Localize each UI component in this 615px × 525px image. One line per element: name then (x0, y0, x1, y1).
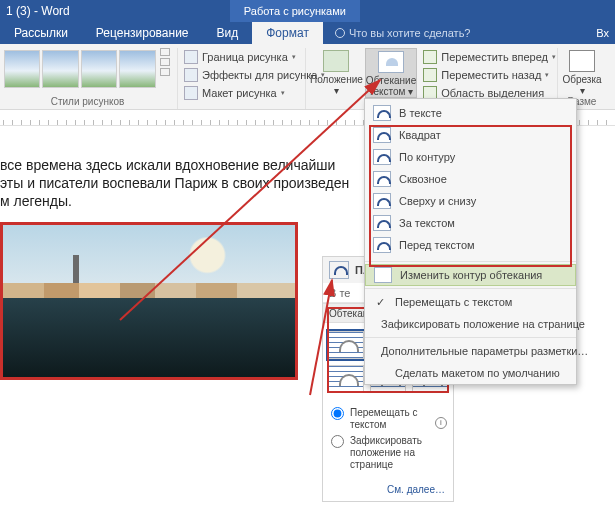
picture-styles-more[interactable] (160, 48, 171, 76)
menu-separator (365, 337, 576, 338)
btn-label: Переместить вперед (441, 51, 548, 63)
send-backward-icon (423, 68, 437, 82)
btn-label: Обрезка (562, 74, 601, 85)
titlebar: 1 (3) - Word Работа с рисунками (0, 0, 615, 22)
picture-border-button[interactable]: Граница рисунка ▾ (182, 48, 298, 66)
wrap-option-square[interactable] (328, 331, 364, 359)
info-icon[interactable]: i (435, 417, 447, 429)
chevron-down-icon: ▾ (281, 89, 285, 97)
radio-label: Перемещать с текстом (350, 407, 445, 431)
btn-label: Граница рисунка (202, 51, 288, 63)
item-label: Дополнительные параметры разметки… (381, 345, 588, 357)
edit-wrap-icon (374, 267, 392, 283)
menu-separator (365, 288, 576, 289)
picture-style-thumb[interactable] (81, 50, 117, 88)
wrap-behind-icon (373, 215, 391, 231)
wrap-tight-icon (373, 149, 391, 165)
tell-me[interactable]: Что вы хотите сделать? (335, 22, 471, 44)
effects-icon (184, 68, 198, 82)
wrap-text-button[interactable]: Обтекание текстом ▾ (365, 48, 417, 98)
item-label: Перед текстом (399, 239, 475, 251)
group-label: Стили рисунков (4, 96, 171, 109)
radio-fix-position[interactable]: Зафиксировать положение на странице (331, 435, 445, 471)
item-label: В тексте (399, 107, 442, 119)
tab-view[interactable]: Вид (203, 22, 253, 44)
see-more-link[interactable]: См. далее… (387, 484, 445, 495)
picture-style-thumb[interactable] (4, 50, 40, 88)
crop-button[interactable]: Обрезка▾ (562, 48, 602, 96)
bring-forward-icon (423, 50, 437, 64)
tell-me-label: Что вы хотите сделать? (349, 22, 471, 44)
wrap-move-with-text[interactable]: ✓ Перемещать с текстом (365, 291, 576, 313)
wrap-square-icon (373, 127, 391, 143)
wrap-topbottom-icon (373, 193, 391, 209)
wrap-more-options[interactable]: Дополнительные параметры разметки… (365, 340, 576, 362)
tab-mailings[interactable]: Рассылки (0, 22, 82, 44)
wrap-option-topbottom[interactable] (328, 365, 364, 393)
wrap-icon (329, 261, 349, 279)
wrap-topbottom[interactable]: Сверху и снизу (365, 190, 576, 212)
chevron-down-icon: ▾ (552, 53, 556, 61)
tab-format[interactable]: Формат (252, 22, 323, 44)
position-icon (323, 50, 349, 72)
tab-extra[interactable]: Вх (596, 22, 615, 44)
group-label (182, 102, 299, 115)
wrap-edit-points[interactable]: Изменить контур обтекания (365, 264, 576, 286)
position-button[interactable]: Положение▾ (310, 48, 363, 96)
wrap-front[interactable]: Перед текстом (365, 234, 576, 256)
radio-input[interactable] (331, 435, 344, 448)
btn-label: Положение (310, 74, 363, 85)
wrap-front-icon (373, 237, 391, 253)
radio-label: Зафиксировать положение на странице (350, 435, 445, 471)
window-title: 1 (3) - Word (0, 4, 70, 18)
crop-icon (569, 50, 595, 72)
btn-label: Макет рисунка (202, 87, 277, 99)
item-label: Перемещать с текстом (395, 296, 512, 308)
group-picture-format: Граница рисунка ▾ Эффекты для рисунка ▾ … (178, 48, 306, 109)
wrap-text-dropdown: В тексте Квадрат По контуру Сквозное Све… (364, 98, 577, 385)
item-label: Сквозное (399, 173, 447, 185)
pane-footer: См. далее… (323, 479, 453, 501)
wrap-tight[interactable]: По контуру (365, 146, 576, 168)
picture-region (3, 298, 295, 377)
chevron-down-icon: ▾ (545, 71, 549, 79)
wrap-behind[interactable]: За текстом (365, 212, 576, 234)
item-label: Изменить контур обтекания (400, 269, 542, 281)
item-label: Зафиксировать положение на странице (381, 318, 585, 330)
wrap-text-icon (378, 51, 404, 73)
layout-icon (184, 86, 198, 100)
wrap-through[interactable]: Сквозное (365, 168, 576, 190)
lightbulb-icon (335, 28, 345, 38)
picture-style-thumb[interactable] (42, 50, 78, 88)
chevron-down-icon: ▾ (580, 85, 585, 96)
wrap-square[interactable]: Квадрат (365, 124, 576, 146)
bring-forward-button[interactable]: Переместить вперед ▾ (421, 48, 558, 66)
chevron-down-icon: ▾ (334, 85, 339, 96)
wrap-inline[interactable]: В тексте (365, 102, 576, 124)
chevron-down-icon: ▾ (292, 53, 296, 61)
group-picture-styles: Стили рисунков (0, 48, 178, 109)
selected-picture[interactable] (0, 222, 298, 380)
send-backward-button[interactable]: Переместить назад ▾ (421, 66, 558, 84)
ribbon-tabs: Рассылки Рецензирование Вид Формат Что в… (0, 22, 615, 44)
item-label: Квадрат (399, 129, 441, 141)
chevron-down-icon: ▾ (405, 86, 413, 97)
wrap-fix-position[interactable]: Зафиксировать положение на странице (365, 313, 576, 335)
contextual-tab-label: Работа с рисунками (230, 0, 360, 22)
wrap-set-default[interactable]: Сделать макетом по умолчанию (365, 362, 576, 384)
picture-layout-button[interactable]: Макет рисунка ▾ (182, 84, 287, 102)
check-icon: ✓ (373, 296, 387, 309)
item-label: Сделать макетом по умолчанию (395, 367, 560, 379)
wrap-through-icon (373, 171, 391, 187)
item-label: За текстом (399, 217, 455, 229)
btn-label: Переместить назад (441, 69, 541, 81)
item-label: Сверху и снизу (399, 195, 476, 207)
btn-label: Эффекты для рисунка (202, 69, 317, 81)
tab-review[interactable]: Рецензирование (82, 22, 203, 44)
picture-style-thumb[interactable] (119, 50, 155, 88)
menu-separator (365, 261, 576, 262)
wrap-inline-icon (373, 105, 391, 121)
radio-input[interactable] (331, 407, 344, 420)
wrap-anchor-radios: Перемещать с текстом Зафиксировать полож… (323, 401, 453, 479)
radio-move-with-text[interactable]: Перемещать с текстом (331, 407, 445, 431)
